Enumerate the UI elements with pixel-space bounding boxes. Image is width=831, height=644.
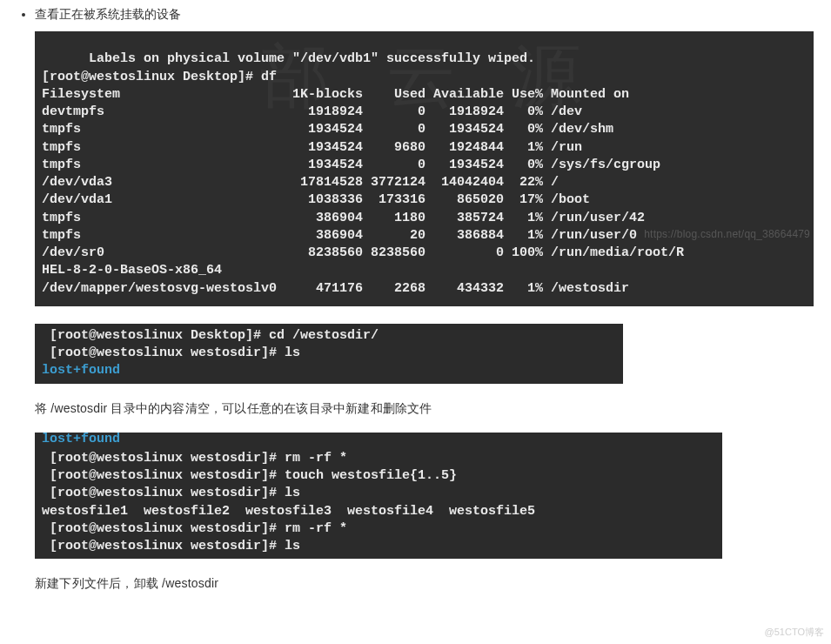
term1-row: tmpfs 386904 20 386884 1% /run/user/0 xyxy=(42,228,637,243)
term1-row: /dev/mapper/westosvg-westoslv0 471176 22… xyxy=(42,281,629,296)
term3-line: [root@westoslinux westosdir]# rm -rf * xyxy=(42,451,347,466)
term1-row: /dev/vda3 17814528 3772124 14042404 22% … xyxy=(42,175,559,190)
term1-row: devtmpfs 1918924 0 1918924 0% /dev xyxy=(42,104,582,119)
term1-row: HEL-8-2-0-BaseOS-x86_64 xyxy=(42,263,222,278)
term2-line-ls: [root@westoslinux westosdir]# ls xyxy=(42,345,300,360)
term3-lostfound: lost+found xyxy=(42,433,120,446)
term1-row: tmpfs 1934524 9680 1924844 1% /run xyxy=(42,140,582,155)
bullet-item: 查看正在被系统挂载的设备 xyxy=(35,7,831,23)
term3-line: [root@westoslinux westosdir]# touch west… xyxy=(42,468,457,483)
term1-row: tmpfs 1934524 0 1934524 0% /dev/shm xyxy=(42,122,613,137)
caption-1: 将 /westosdir 目录中的内容清空，可以任意的在该目录中新建和删除文件 xyxy=(35,401,814,417)
terminal-2: [root@westoslinux Desktop]# cd /westosdi… xyxy=(35,324,623,384)
content-area: 部 云 源 Labels on physical volume "/dev/vd… xyxy=(0,31,831,592)
terminal-3: lost+found [root@westoslinux westosdir]#… xyxy=(35,433,722,560)
term1-prompt-df: [root@westoslinux Desktop]# df xyxy=(42,70,277,84)
term1-row: /dev/sr0 8238560 8238560 0 100% /run/med… xyxy=(42,245,684,260)
term1-header: Filesystem 1K-blocks Used Available Use%… xyxy=(42,87,629,102)
term2-line-cd: [root@westoslinux Desktop]# cd /westosdi… xyxy=(42,328,379,343)
term1-row: tmpfs 386904 1180 385724 1% /run/user/42 xyxy=(42,211,645,225)
term3-line: [root@westoslinux westosdir]# rm -rf * xyxy=(42,521,347,536)
term1-row: /dev/vda1 1038336 173316 865020 17% /boo… xyxy=(42,192,590,207)
term3-line: westosfile1 westosfile2 westosfile3 west… xyxy=(42,504,535,519)
terminal-1: 部 云 源 Labels on physical volume "/dev/vd… xyxy=(35,31,814,306)
caption-2: 新建下列文件后，卸载 /westosdir xyxy=(35,576,814,592)
term2-lostfound: lost+found xyxy=(42,363,120,378)
term3-line: [root@westoslinux westosdir]# ls xyxy=(42,539,300,553)
term3-line: [root@westoslinux westosdir]# ls xyxy=(42,486,300,500)
csdn-watermark-url: https://blog.csdn.net/qq_38664479 xyxy=(644,228,810,240)
term1-line-wiped: Labels on physical volume "/dev/vdb1" su… xyxy=(73,51,535,66)
bullet-list: 查看正在被系统挂载的设备 xyxy=(0,7,831,23)
term1-row: tmpfs 1934524 0 1934524 0% /sys/fs/cgrou… xyxy=(42,158,660,172)
